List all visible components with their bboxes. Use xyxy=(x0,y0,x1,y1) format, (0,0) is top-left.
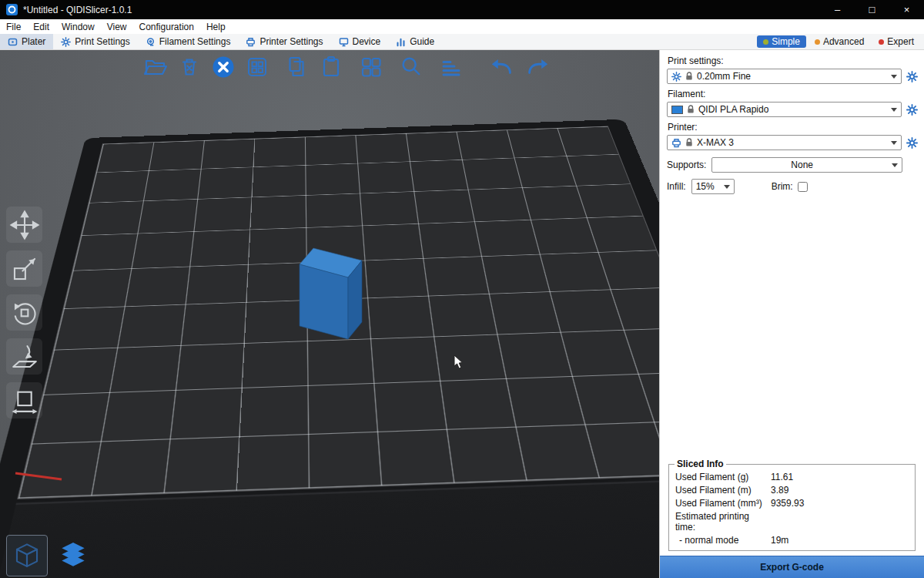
preview-layers-icon xyxy=(56,539,90,573)
title-bar: *Untitled - QIDISlicer-1.0.1 – □ × xyxy=(0,0,924,19)
print-bed xyxy=(0,113,659,578)
view-toggles xyxy=(6,535,94,576)
print-settings-combo[interactable]: 0.20mm Fine xyxy=(667,69,902,84)
open-file-button[interactable] xyxy=(142,54,169,80)
infill-combo[interactable]: 15% xyxy=(691,179,735,194)
delete-button[interactable] xyxy=(176,54,203,80)
split-objects-button[interactable] xyxy=(358,54,384,80)
tab-printer-settings[interactable]: Printer Settings xyxy=(238,34,330,49)
brim-checkbox[interactable] xyxy=(798,182,808,192)
redo-button[interactable] xyxy=(524,54,551,80)
printer-icon xyxy=(671,138,681,148)
layer-height-button[interactable] xyxy=(438,54,464,80)
sliced-info-box: Sliced Info Used Filament (g)11.61 Used … xyxy=(668,459,916,551)
editor-view-button[interactable] xyxy=(6,535,48,576)
lock-icon xyxy=(685,72,693,81)
tab-device[interactable]: Device xyxy=(331,34,389,49)
editor-cube-icon xyxy=(10,539,44,573)
lock-icon xyxy=(687,105,695,114)
brim-label: Brim: xyxy=(772,181,793,192)
mode-simple[interactable]: Simple xyxy=(757,35,806,48)
copy-icon xyxy=(284,54,310,80)
mouse-cursor xyxy=(454,355,462,368)
settings-panel: Print settings: 0.20mm Fine Filament: QI… xyxy=(659,50,924,578)
rotate-tool-button[interactable] xyxy=(6,294,42,331)
gear-icon xyxy=(906,137,918,149)
open-folder-icon xyxy=(142,54,169,80)
tab-filament-settings[interactable]: Filament Settings xyxy=(138,34,239,49)
copy-button[interactable] xyxy=(284,54,310,80)
gizmo-toolbar xyxy=(6,207,42,418)
delete-all-icon xyxy=(210,54,236,80)
paste-button[interactable] xyxy=(318,54,344,80)
simple-mode-dot-icon xyxy=(763,39,768,45)
printer-icon xyxy=(246,37,256,47)
mode-expert[interactable]: Expert xyxy=(872,35,920,48)
flatten-icon xyxy=(9,341,40,372)
infill-label: Infill: xyxy=(667,181,686,192)
tab-plater[interactable]: Plater xyxy=(0,34,53,49)
mode-advanced[interactable]: Advanced xyxy=(808,35,870,48)
mode-switcher: Simple Advanced Expert xyxy=(757,35,924,48)
filament-combo[interactable]: QIDI PLA Rapido xyxy=(667,102,902,117)
3d-viewport[interactable] xyxy=(0,50,659,578)
delete-all-button[interactable] xyxy=(210,54,236,80)
sliced-info-row: - normal mode19m xyxy=(672,533,912,546)
advanced-mode-dot-icon xyxy=(815,39,820,45)
sliced-info-row: Used Filament (m)3.89 xyxy=(672,483,912,496)
export-gcode-button[interactable]: Export G-code xyxy=(660,556,924,578)
supports-label: Supports: xyxy=(667,160,706,170)
gear-icon xyxy=(671,72,681,82)
undo-icon xyxy=(489,53,515,81)
panel-spacer xyxy=(667,197,918,459)
menu-configuration[interactable]: Configuration xyxy=(133,19,200,34)
lock-icon xyxy=(685,138,693,147)
chevron-down-icon xyxy=(891,75,897,79)
arrange-icon xyxy=(244,54,270,80)
supports-combo[interactable]: None xyxy=(711,157,902,173)
tab-print-settings[interactable]: Print Settings xyxy=(53,34,137,49)
chevron-down-icon xyxy=(892,163,898,167)
printer-combo[interactable]: X-MAX 3 xyxy=(667,135,902,150)
chevron-down-icon xyxy=(724,185,730,189)
chevron-down-icon xyxy=(891,108,897,112)
print-settings-label: Print settings: xyxy=(668,55,918,66)
plater-toolbar xyxy=(142,54,551,80)
bed-frame-front xyxy=(0,478,659,578)
undo-button[interactable] xyxy=(489,54,515,80)
minimize-button-icon[interactable]: – xyxy=(820,0,855,19)
menu-edit[interactable]: Edit xyxy=(27,19,55,34)
model-cube[interactable] xyxy=(300,248,362,339)
maximize-button-icon[interactable]: □ xyxy=(855,0,889,19)
filament-gear-button[interactable] xyxy=(906,103,918,116)
search-icon xyxy=(398,53,424,81)
arrange-button[interactable] xyxy=(244,54,270,80)
move-tool-button[interactable] xyxy=(6,207,42,243)
measure-tool-button[interactable] xyxy=(6,382,42,418)
gear-icon xyxy=(906,104,918,116)
printer-gear-button[interactable] xyxy=(906,136,918,149)
menu-file[interactable]: File xyxy=(0,19,27,34)
window-title: *Untitled - QIDISlicer-1.0.1 xyxy=(23,5,132,15)
menu-help[interactable]: Help xyxy=(200,19,232,34)
monitor-icon xyxy=(339,37,349,47)
filament-color-swatch xyxy=(671,106,683,114)
plater-icon xyxy=(8,37,18,47)
rotate-icon xyxy=(9,297,40,328)
close-button-icon[interactable]: × xyxy=(889,0,924,19)
paste-icon xyxy=(318,54,344,80)
layers-icon xyxy=(438,54,464,80)
scene-overlay xyxy=(0,50,659,578)
place-on-face-tool-button[interactable] xyxy=(6,338,42,375)
sliced-info-row: Used Filament (g)11.61 xyxy=(672,470,912,483)
preview-view-button[interactable] xyxy=(52,535,94,576)
tab-guide[interactable]: Guide xyxy=(388,34,442,49)
redo-icon xyxy=(524,53,551,81)
expert-mode-dot-icon xyxy=(879,39,884,45)
menu-window[interactable]: Window xyxy=(55,19,101,34)
scale-tool-button[interactable] xyxy=(6,250,42,287)
menu-view[interactable]: View xyxy=(101,19,133,34)
print-settings-gear-button[interactable] xyxy=(906,70,918,82)
search-button[interactable] xyxy=(398,54,424,80)
menu-bar: File Edit Window View Configuration Help xyxy=(0,19,924,34)
